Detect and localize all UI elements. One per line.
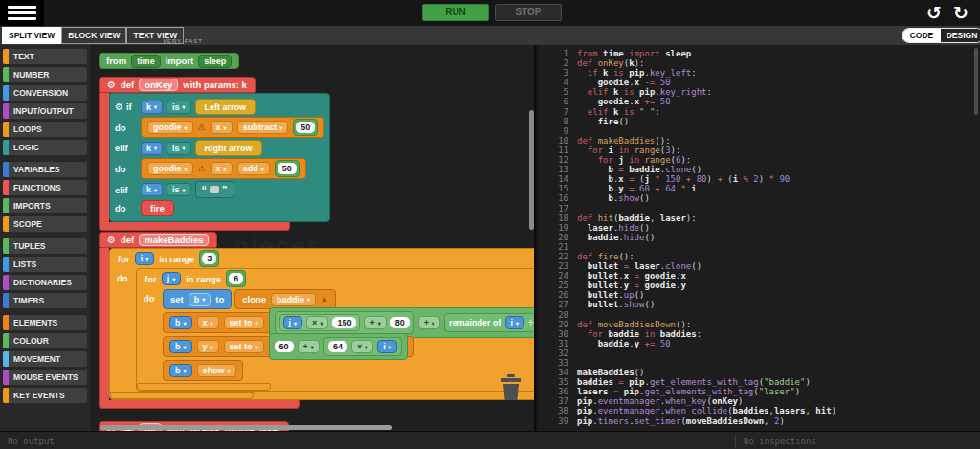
var-j-dropdown[interactable]: j: [283, 316, 303, 329]
clone-baddie-block[interactable]: clone baddie ▲: [234, 289, 336, 309]
prop-y-dropdown[interactable]: y: [197, 340, 219, 353]
var-k-dropdown[interactable]: k: [141, 142, 163, 155]
plus-dropdown[interactable]: +: [418, 316, 440, 329]
number-field[interactable]: 6: [229, 273, 243, 284]
number-field[interactable]: 64: [328, 341, 347, 352]
add-dropdown[interactable]: add: [237, 162, 270, 175]
number-field[interactable]: 150: [332, 317, 356, 328]
set-to-dropdown[interactable]: set to: [224, 340, 264, 353]
code-editor[interactable]: 1from time import sleep2def onKey(k):3 i…: [538, 45, 980, 431]
var-b-dropdown[interactable]: b: [169, 316, 192, 329]
sidebar-item-movement[interactable]: MOVEMENT: [3, 351, 87, 367]
set-by-block[interactable]: b y set to 60 + 64 ×: [163, 336, 414, 357]
sidebar-item-text[interactable]: TEXT: [3, 49, 87, 64]
run-button[interactable]: RUN: [422, 4, 489, 21]
design-button[interactable]: DESIGN: [941, 29, 980, 42]
plus-dropdown[interactable]: +: [298, 340, 320, 353]
number-block[interactable]: 6: [226, 270, 246, 287]
var-b-dropdown[interactable]: b: [169, 340, 192, 353]
set-b-block[interactable]: set b to: [163, 289, 232, 309]
number-block[interactable]: 3: [199, 250, 219, 267]
set-to-dropdown[interactable]: set to: [224, 316, 264, 329]
plus-dropdown[interactable]: +: [364, 316, 386, 329]
block-def-onkey[interactable]: ⚙ def onKey with params: k ⚙if k is Left…: [99, 75, 330, 231]
var-k-dropdown[interactable]: k: [141, 101, 163, 114]
sidebar-item-scope[interactable]: SCOPE: [3, 216, 87, 232]
var-b-dropdown[interactable]: b: [169, 364, 192, 377]
block-import-sleep[interactable]: from time import sleep: [99, 51, 239, 69]
sidebar-item-input-output[interactable]: INPUT/OUTPUT: [3, 103, 87, 119]
prop-x-dropdown[interactable]: x: [197, 316, 219, 329]
call-fire-block[interactable]: fire: [141, 200, 174, 216]
string-field[interactable]: [210, 186, 219, 193]
sidebar-item-lists[interactable]: LISTS: [3, 257, 87, 272]
show-dropdown[interactable]: show: [197, 364, 236, 377]
var-k-dropdown[interactable]: k: [141, 183, 163, 196]
function-name-pill[interactable]: onKey: [139, 79, 178, 91]
subtract-dropdown[interactable]: subtract: [237, 121, 289, 134]
var-goodie-dropdown[interactable]: goodie: [147, 121, 193, 134]
sidebar-item-conversion[interactable]: CONVERSION: [3, 85, 87, 101]
if-block[interactable]: ⚙if k is Left arrow do goodie ⚠ x: [109, 93, 330, 222]
var-i-dropdown[interactable]: i: [505, 316, 525, 329]
sidebar-item-functions[interactable]: FUNCTIONS: [3, 180, 87, 195]
code-lines[interactable]: 1from time import sleep2def onKey(k):3 i…: [546, 49, 836, 426]
multiply-dropdown[interactable]: ×: [351, 340, 373, 353]
is-dropdown[interactable]: is: [167, 183, 191, 196]
collapse-icon[interactable]: ▲: [321, 295, 328, 303]
number-field[interactable]: 3: [202, 253, 216, 264]
multiply-dropdown[interactable]: ×: [306, 316, 328, 329]
b-show-block[interactable]: b show: [163, 360, 243, 381]
prop-x-dropdown[interactable]: x: [211, 121, 233, 134]
var-i-dropdown[interactable]: i: [377, 340, 397, 353]
set-bx-block[interactable]: b x set to j × 150: [163, 312, 536, 333]
import-name-pill[interactable]: sleep: [198, 55, 232, 68]
sidebar-item-dictionaries[interactable]: DICTIONARIES: [3, 275, 87, 290]
goodie-x-add-block[interactable]: goodie ⚠ x add 50: [141, 158, 306, 179]
sidebar-item-loops[interactable]: LOOPS: [3, 122, 87, 137]
block-canvas[interactable]: ✛ pieces from time import sleep ⚙ def on…: [90, 45, 536, 431]
horizontal-scrollbar[interactable]: [100, 425, 392, 430]
tab-split-view[interactable]: SPLIT VIEW: [2, 27, 61, 44]
sidebar-item-mouse-events[interactable]: MOUSE EVENTS: [3, 370, 87, 385]
sidebar-item-key-events[interactable]: KEY EVENTS: [3, 388, 87, 403]
hamburger-menu-button[interactable]: [0, 0, 44, 26]
vertical-scrollbar[interactable]: [529, 110, 534, 230]
sidebar-item-elements[interactable]: ELEMENTS: [3, 315, 87, 330]
var-i-dropdown[interactable]: i: [135, 252, 155, 265]
string-space-block[interactable]: “ ”: [195, 181, 234, 198]
number-block[interactable]: 50: [275, 160, 300, 177]
gear-icon[interactable]: ⚙: [107, 235, 116, 245]
stop-button[interactable]: STOP: [495, 4, 562, 21]
number-field[interactable]: 50: [278, 163, 297, 174]
tab-block-view[interactable]: BLOCK VIEW: [61, 27, 126, 44]
key-left-arrow-block[interactable]: Left arrow: [195, 99, 256, 115]
var-baddie-dropdown[interactable]: baddie: [271, 293, 316, 306]
is-dropdown[interactable]: is: [167, 101, 191, 114]
math-expression-block[interactable]: 60 + 64 × i: [269, 333, 408, 360]
sidebar-item-tuples[interactable]: TUPLES: [3, 238, 87, 254]
var-j-dropdown[interactable]: j: [162, 272, 182, 285]
var-b-dropdown[interactable]: b: [189, 293, 212, 306]
var-goodie-dropdown[interactable]: goodie: [147, 162, 193, 175]
gear-icon[interactable]: ⚙: [115, 101, 123, 112]
sidebar-item-timers[interactable]: TIMERS: [3, 293, 87, 308]
redo-button[interactable]: ↻: [948, 0, 973, 25]
sidebar-item-imports[interactable]: IMPORTS: [3, 198, 87, 213]
number-field[interactable]: 60: [275, 341, 294, 352]
key-right-arrow-block[interactable]: Right arrow: [195, 140, 262, 156]
number-field[interactable]: 80: [390, 317, 410, 328]
prop-x-dropdown[interactable]: x: [211, 162, 233, 175]
sidebar-item-number[interactable]: NUMBER: [3, 67, 87, 82]
sidebar-item-variables[interactable]: VARIABLES: [3, 162, 87, 177]
number-field[interactable]: 50: [296, 122, 315, 133]
function-name-pill[interactable]: makeBaddies: [139, 234, 209, 246]
gear-icon[interactable]: ⚙: [107, 79, 116, 90]
number-block[interactable]: 50: [293, 119, 318, 136]
sidebar-item-logic[interactable]: LOGIC: [3, 140, 87, 155]
goodie-x-subtract-block[interactable]: goodie ⚠ x subtract 50: [141, 117, 324, 138]
for-i-block[interactable]: for i in range 3 do for j in range 6: [109, 248, 536, 400]
trash-can[interactable]: [500, 374, 523, 404]
code-scrollbar[interactable]: [974, 48, 978, 115]
import-module-pill[interactable]: time: [131, 55, 161, 68]
